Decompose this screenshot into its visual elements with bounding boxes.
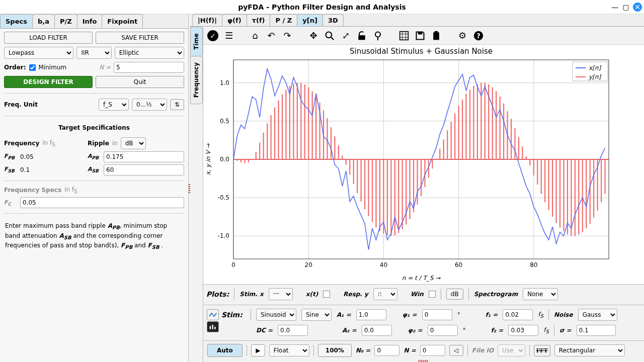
plot-tab-0[interactable]: |H(f)|	[192, 14, 222, 26]
n0-field[interactable]	[374, 345, 399, 356]
sigma-field[interactable]	[577, 325, 616, 336]
plot-tab-5[interactable]: 3D	[323, 14, 344, 26]
ripple-unit-select[interactable]: dB	[121, 137, 146, 149]
fft-button[interactable]: FFT	[534, 345, 550, 356]
frequency-units: in fS	[42, 139, 55, 147]
help-icon[interactable]: ?	[473, 30, 484, 41]
clipboard-icon[interactable]	[431, 30, 442, 41]
db-button[interactable]: dB	[446, 289, 463, 300]
fc-label: FC	[4, 199, 17, 207]
list-icon[interactable]: ☰	[223, 30, 234, 41]
xt-checkbox[interactable]	[323, 291, 330, 298]
left-tab-specs[interactable]: Specs	[0, 14, 33, 28]
load-filter-button[interactable]: LOAD FILTER	[4, 32, 93, 44]
home-icon[interactable]: ⌂	[250, 30, 261, 41]
vertical-tabbar: TimeFrequency	[190, 27, 203, 362]
play-button[interactable]: ▶	[251, 344, 265, 356]
svg-text:60: 60	[455, 261, 462, 268]
pan-icon[interactable]: ✥	[308, 30, 319, 41]
sort-icon[interactable]: ⇅	[170, 99, 184, 110]
apb-label: APB	[88, 153, 101, 160]
phi2-field[interactable]	[428, 325, 458, 336]
a2-field[interactable]	[362, 325, 392, 336]
plot-tab-1[interactable]: φ(f)	[222, 14, 247, 26]
zoom-icon[interactable]	[324, 30, 335, 41]
fileio-label: File IO	[472, 347, 494, 354]
quit-button[interactable]: Quit	[96, 76, 184, 88]
f1-unit: fS	[538, 311, 543, 319]
f2-field[interactable]	[508, 325, 538, 336]
horizontal-splitter[interactable]	[203, 360, 644, 362]
vtab-frequency[interactable]: Frequency	[190, 56, 203, 104]
left-tab-fixpoint[interactable]: Fixpoint	[102, 14, 143, 28]
stim-shape1-select[interactable]: Sinusoid	[256, 309, 296, 321]
maximize-icon[interactable]: ▢	[622, 3, 630, 11]
plot-tab-4[interactable]: y[n]	[297, 14, 323, 26]
f1-field[interactable]	[503, 309, 533, 320]
plot-toolbar: ✓ ☰ ⌂ ↶ ↷ ✥ ⤢	[203, 27, 644, 45]
svg-text:0.0: 0.0	[220, 156, 229, 163]
freq-range-select[interactable]: 0...½	[132, 99, 167, 111]
format-select[interactable]: Float	[269, 344, 309, 356]
phi1-field[interactable]	[422, 309, 452, 320]
svg-text:x[n]: x[n]	[589, 64, 601, 71]
auto-button[interactable]: Auto	[207, 344, 243, 357]
window-select[interactable]: Rectangular	[554, 344, 625, 356]
fc-field[interactable]	[20, 197, 184, 208]
svg-text:?: ?	[476, 32, 480, 40]
response-type-select[interactable]: Lowpass	[4, 47, 73, 59]
freq-unit-select[interactable]: f_S	[99, 99, 129, 111]
left-tab-ba[interactable]: b,a	[32, 14, 55, 28]
left-tab-info[interactable]: Info	[77, 14, 103, 28]
freqspecs-header: Frequency Specs	[4, 187, 61, 194]
win-checkbox[interactable]	[429, 291, 436, 298]
line-style-icon[interactable]	[207, 309, 219, 320]
filter-kind-select[interactable]: IIR	[76, 47, 111, 59]
minimum-order-checkbox[interactable]	[29, 64, 36, 71]
svg-rect-2	[358, 35, 365, 40]
dc-field[interactable]	[278, 325, 308, 336]
svg-rect-146	[214, 327, 215, 329]
apb-field[interactable]	[104, 151, 184, 162]
minimize-icon[interactable]: —	[611, 3, 619, 11]
zoom-value[interactable]: 100%	[318, 344, 352, 357]
settings-icon[interactable]: ⚙	[457, 30, 468, 41]
nbot-field[interactable]	[420, 345, 445, 356]
ripple-in: in	[112, 140, 118, 147]
design-method-select[interactable]: Elliptic	[115, 47, 184, 59]
time-plot: 020406080-1.0-0.50.00.51.0Sinusoidal Sti…	[203, 45, 644, 284]
left-tab-pz[interactable]: P/Z	[54, 14, 77, 28]
svg-point-0	[326, 32, 332, 38]
marker-icon[interactable]	[372, 30, 383, 41]
svg-text:0.5: 0.5	[220, 118, 229, 125]
order-n-field[interactable]	[114, 62, 184, 73]
window-title: pyFDA - Python Filter Design and Analysi…	[238, 3, 406, 11]
design-filter-button[interactable]: DESIGN FILTER	[4, 76, 93, 88]
a1-field[interactable]	[356, 309, 386, 320]
f1-label: f₁ =	[486, 311, 498, 318]
grid-icon[interactable]	[398, 30, 410, 41]
back-icon[interactable]: ↶	[266, 30, 277, 41]
forward-icon[interactable]: ↷	[282, 30, 293, 41]
stimx-select[interactable]: 〰	[269, 288, 293, 300]
spectrogram-select[interactable]: None	[523, 288, 558, 300]
asb-field[interactable]	[104, 164, 184, 175]
lock-icon[interactable]	[356, 30, 367, 41]
svg-text:n = t / T_S →: n = t / T_S →	[402, 275, 441, 282]
svg-text:y[n]: y[n]	[589, 73, 601, 80]
noise-select[interactable]: Gauss	[578, 309, 617, 321]
apply-icon[interactable]: ✓	[207, 30, 218, 41]
save-filter-button[interactable]: SAVE FILTER	[96, 32, 184, 44]
close-icon[interactable]: ✕	[633, 3, 642, 12]
dc-label: DC =	[256, 327, 273, 334]
stem-style-icon[interactable]	[207, 321, 219, 332]
plot-tab-2[interactable]: τ(f)	[247, 14, 271, 26]
fullscreen-icon[interactable]: ⤢	[340, 30, 351, 41]
svg-text:-0.5: -0.5	[218, 194, 229, 201]
vtab-time[interactable]: Time	[190, 27, 203, 56]
save-icon[interactable]	[415, 30, 426, 41]
stim-shape2-select[interactable]: Sine	[301, 309, 332, 321]
plot-tab-3[interactable]: P / Z	[270, 14, 297, 26]
step-left-icon[interactable]: ◁	[449, 345, 463, 356]
respy-select[interactable]: ⎍	[373, 288, 397, 300]
